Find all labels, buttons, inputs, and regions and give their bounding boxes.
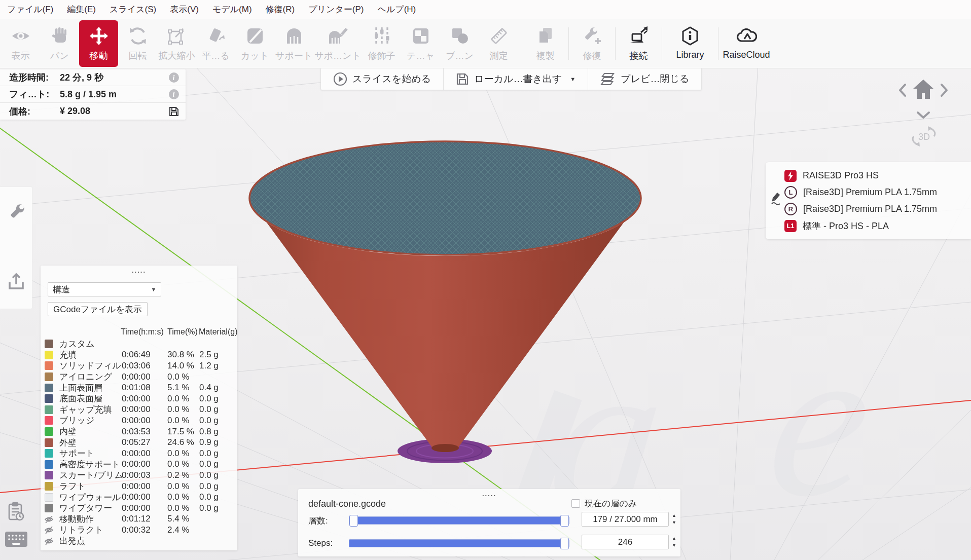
close-preview-button[interactable]: プレビ…閉じる	[588, 68, 701, 90]
color-swatch[interactable]	[45, 493, 53, 502]
menu-item-v[interactable]: 表示(V)	[170, 4, 199, 15]
settings-wrench-icon[interactable]	[5, 201, 27, 223]
save-icon[interactable]	[168, 106, 179, 117]
edit-pencil-icon[interactable]	[770, 192, 782, 206]
layer-spinner-arrows[interactable]: ▲▼	[672, 512, 676, 527]
spinner-up-icon[interactable]: ▲	[672, 513, 676, 518]
toolbar-item-measure[interactable]: 測定	[479, 20, 518, 67]
menu-item-s[interactable]: スライス(S)	[110, 4, 156, 15]
color-swatch[interactable]	[45, 405, 53, 414]
eye-off-icon[interactable]	[44, 536, 54, 546]
toolbar-item-support[interactable]: サポート	[274, 20, 313, 67]
toolbar-item-repair[interactable]: 修復	[572, 20, 612, 67]
structure-row[interactable]: アイロニング0:00:000.0 %	[41, 371, 237, 383]
layer-slider-handle-high[interactable]	[560, 515, 569, 527]
current-layer-only-checkbox[interactable]: 現在の層のみ	[571, 498, 637, 509]
color-swatch[interactable]	[45, 449, 53, 458]
toolbar-item-move[interactable]: 移動	[79, 20, 118, 67]
chevron-down-icon[interactable]: ▼	[570, 76, 576, 82]
structure-row[interactable]: 高密度サポート0:00:000.0 %0.0 g	[41, 459, 237, 470]
structure-row[interactable]: 出発点	[41, 536, 237, 547]
print-summary-icon[interactable]	[3, 501, 29, 523]
toolbar-item-connect[interactable]: 接続	[619, 20, 658, 67]
color-swatch[interactable]	[45, 471, 53, 479]
show-gcode-button[interactable]: GCodeファイルを表示	[48, 302, 148, 316]
structure-row[interactable]: 上面表面層0:01:085.1 %0.4 g	[41, 382, 237, 393]
structure-dropdown[interactable]: 構造 ▼	[48, 282, 161, 296]
printer-panel-row[interactable]: L[Raise3D] Premium PLA 1.75mm	[766, 184, 971, 201]
color-swatch[interactable]	[45, 351, 53, 359]
structure-row[interactable]: 底面表面層0:00:000.0 %0.0 g	[41, 393, 237, 404]
steps-value-box[interactable]: 246	[582, 535, 669, 549]
layer-value-box[interactable]: 179 / 27.000 mm	[582, 512, 669, 527]
color-swatch[interactable]	[45, 340, 53, 348]
printer-panel-row[interactable]: R[Raise3D] Premium PLA 1.75mm	[766, 201, 971, 217]
color-swatch[interactable]	[45, 427, 53, 436]
eye-off-icon[interactable]	[44, 525, 54, 535]
menu-item-r[interactable]: 修復(R)	[266, 4, 295, 15]
toolbar-item-modifier[interactable]: 修飾子	[362, 20, 401, 67]
checkbox-box[interactable]	[571, 499, 580, 508]
menu-item-e[interactable]: 編集(E)	[67, 4, 96, 15]
structure-row[interactable]: 内壁0:03:5317.5 %0.8 g	[41, 426, 237, 437]
structure-row[interactable]: ラフト0:00:000.0 %0.0 g	[41, 481, 237, 492]
steps-spinner-arrows[interactable]: ▲▼	[672, 535, 676, 549]
structure-row[interactable]: ワイプウォール0:00:000.0 %0.0 g	[41, 492, 237, 503]
toolbar-item-library[interactable]: Library	[666, 20, 714, 67]
structure-row[interactable]: 移動動作0:01:125.4 %	[41, 514, 237, 525]
toolbar-item-boolean[interactable]: ブ…ン	[440, 20, 479, 67]
eye-off-icon[interactable]	[44, 514, 54, 524]
structure-row[interactable]: ソリッドフィル0:03:0614.0 %1.2 g	[41, 360, 237, 371]
color-swatch[interactable]	[45, 384, 53, 392]
start-slice-button[interactable]: スライスを始める	[321, 68, 444, 90]
nav-right-chevron[interactable]	[939, 83, 949, 100]
rotate-3d-icon[interactable]: 3D	[910, 123, 938, 152]
nav-down-chevron[interactable]	[916, 110, 931, 122]
spinner-down-icon[interactable]: ▼	[672, 543, 676, 548]
menu-item-m[interactable]: モデル(M)	[212, 4, 252, 15]
structure-row[interactable]: 充填0:06:4930.8 %2.5 g	[41, 350, 237, 361]
structure-row[interactable]: リトラクト0:00:322.4 %	[41, 525, 237, 536]
toolbar-item-texture[interactable]: テ…ャ	[401, 20, 440, 67]
spinner-down-icon[interactable]: ▼	[672, 520, 676, 526]
steps-slider-handle[interactable]	[560, 538, 569, 549]
home-view-icon[interactable]	[911, 78, 936, 103]
steps-slider-track[interactable]	[349, 539, 569, 547]
structure-row[interactable]: スカート/ブリム0:00:030.2 %0.0 g	[41, 470, 237, 481]
toolbar-item-pan[interactable]: パン	[40, 20, 79, 67]
toolbar-item-rotate[interactable]: 回転	[118, 20, 157, 67]
toolbar-item-view[interactable]: 表示	[1, 20, 40, 67]
toolbar-item-duplicate[interactable]: 複製	[526, 20, 565, 67]
color-swatch[interactable]	[45, 438, 53, 447]
menu-item-p[interactable]: プリンター(P)	[308, 4, 364, 15]
toolbar-item-scale[interactable]: 拡大縮小	[157, 20, 196, 67]
structure-row[interactable]: ギャップ充填0:00:000.0 %0.0 g	[41, 404, 237, 416]
info-icon[interactable]: i	[168, 89, 179, 100]
nav-left-chevron[interactable]	[897, 83, 908, 100]
spinner-up-icon[interactable]: ▲	[672, 536, 676, 541]
export-icon[interactable]	[5, 270, 27, 292]
keyboard-icon[interactable]	[3, 528, 29, 550]
info-icon[interactable]: i	[168, 72, 179, 83]
structure-row[interactable]: ブリッジ0:00:000.0 %0.0 g	[41, 415, 237, 426]
color-swatch[interactable]	[45, 460, 53, 469]
toolbar-item-lay-flat[interactable]: 平…る	[196, 20, 235, 67]
color-swatch[interactable]	[45, 482, 53, 491]
panel-drag-handle[interactable]: .....	[41, 268, 237, 275]
color-swatch[interactable]	[45, 504, 53, 512]
printer-panel-row[interactable]: RAISE3D Pro3 HS	[766, 167, 971, 184]
layer-slider-track[interactable]	[349, 516, 569, 525]
structure-row[interactable]: 外壁0:05:2724.6 %0.9 g	[41, 437, 237, 448]
structure-row[interactable]: サポート0:00:000.0 %0.0 g	[41, 448, 237, 459]
toolbar-item-cut[interactable]: カット	[235, 20, 274, 67]
toolbar-item-raisecloud[interactable]: RaiseCloud	[722, 20, 771, 67]
menu-item-f[interactable]: ファイル(F)	[7, 4, 53, 15]
color-swatch[interactable]	[45, 361, 53, 370]
color-swatch[interactable]	[45, 372, 53, 381]
layer-slider-handle-low[interactable]	[349, 515, 358, 527]
printer-panel-row[interactable]: L1標準 - Pro3 HS - PLA	[766, 217, 971, 234]
panel-drag-handle[interactable]: .....	[298, 489, 680, 496]
color-swatch[interactable]	[45, 394, 53, 403]
color-swatch[interactable]	[45, 416, 53, 425]
menu-item-h[interactable]: ヘルプ(H)	[377, 4, 416, 15]
